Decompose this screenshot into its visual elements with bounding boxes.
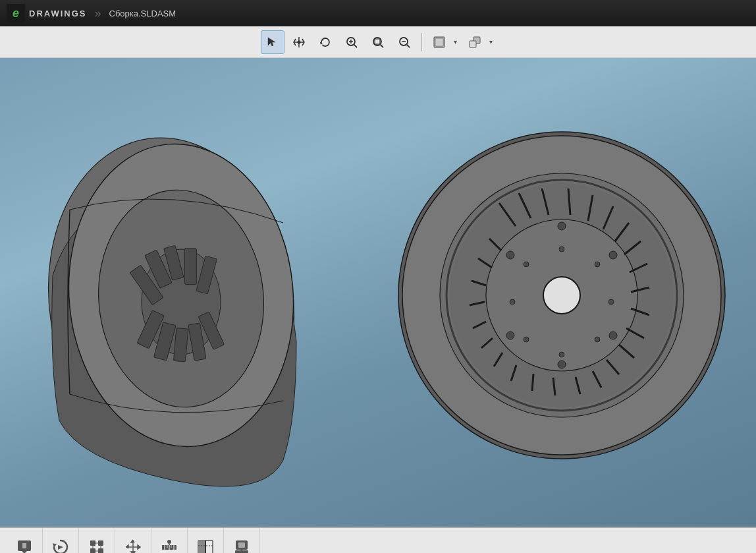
svg-point-38 [543, 277, 580, 314]
rotate-tool-button[interactable] [313, 30, 337, 54]
bottom-toolbar: Reset Animate Explode [0, 527, 756, 553]
svg-line-4 [354, 44, 357, 47]
svg-line-11 [406, 44, 410, 47]
svg-point-40 [609, 251, 617, 259]
svg-marker-0 [268, 38, 275, 46]
svg-line-8 [380, 44, 383, 47]
svg-rect-82 [238, 542, 245, 548]
svg-point-44 [506, 251, 514, 259]
measure-icon [160, 538, 178, 553]
section-button[interactable]: Section [188, 528, 224, 553]
svg-marker-56 [53, 543, 57, 547]
view-orientation-dropdown[interactable]: ▾ [463, 30, 496, 54]
reset-icon [15, 538, 34, 553]
logo-area: e DRAWINGS [7, 4, 87, 22]
svg-point-46 [595, 262, 600, 267]
zoom-in-area-button[interactable] [340, 30, 364, 54]
svg-rect-28 [174, 328, 188, 362]
explode-button[interactable]: Explode [79, 528, 115, 553]
section-icon [196, 538, 215, 553]
svg-point-39 [558, 222, 566, 230]
display-style-button[interactable] [427, 30, 451, 54]
zoom-out-button[interactable] [392, 30, 416, 54]
zoom-to-fit-button[interactable] [366, 30, 390, 54]
file-title: Сборка.SLDASM [109, 9, 176, 18]
toolbar: ▾ ▾ [0, 26, 756, 58]
animate-icon [51, 538, 70, 553]
view-orientation-button[interactable] [463, 30, 487, 54]
measure-button[interactable]: Measure [151, 528, 188, 553]
model-right [387, 98, 736, 493]
svg-rect-78 [198, 540, 205, 553]
select-tool-button[interactable] [261, 30, 284, 54]
titlebar: e DRAWINGS » Сборка.SLDASM [0, 0, 756, 26]
svg-point-45 [559, 247, 564, 252]
svg-rect-24 [184, 248, 196, 285]
view-orientation-arrow[interactable]: ▾ [487, 30, 496, 54]
svg-rect-16 [470, 41, 476, 47]
svg-point-51 [510, 299, 515, 305]
model-left [40, 91, 303, 500]
svg-rect-83 [235, 550, 248, 553]
toolbar-separator-1 [421, 33, 422, 51]
svg-marker-54 [20, 550, 28, 553]
reset-button[interactable]: Reset [7, 528, 43, 553]
svg-rect-55 [22, 543, 26, 548]
title-separator: » [95, 7, 101, 20]
move-icon [124, 538, 142, 553]
svg-point-41 [609, 332, 617, 339]
stamps-icon [232, 538, 251, 553]
svg-rect-14 [435, 38, 443, 46]
svg-point-52 [524, 262, 529, 267]
svg-point-50 [524, 337, 529, 342]
display-style-arrow[interactable]: ▾ [451, 30, 460, 54]
svg-point-49 [559, 352, 564, 357]
explode-icon [88, 538, 106, 553]
stamps-button[interactable]: Stamps [224, 528, 260, 553]
svg-point-48 [595, 337, 600, 342]
svg-point-1 [297, 40, 300, 44]
svg-point-43 [506, 332, 514, 339]
svg-rect-9 [375, 39, 380, 44]
svg-marker-2 [320, 42, 323, 45]
logo-e-letter: e [13, 7, 19, 20]
svg-point-42 [558, 361, 566, 368]
logo-icon: e [7, 4, 25, 22]
display-style-dropdown[interactable]: ▾ [427, 30, 460, 54]
viewport[interactable] [0, 58, 756, 527]
pan-tool-button[interactable] [287, 30, 311, 54]
svg-point-47 [608, 299, 614, 305]
move-button[interactable]: Move [115, 528, 151, 553]
svg-point-75 [167, 540, 171, 544]
logo-text: DRAWINGS [29, 9, 87, 18]
animate-button[interactable]: Animate [43, 528, 79, 553]
